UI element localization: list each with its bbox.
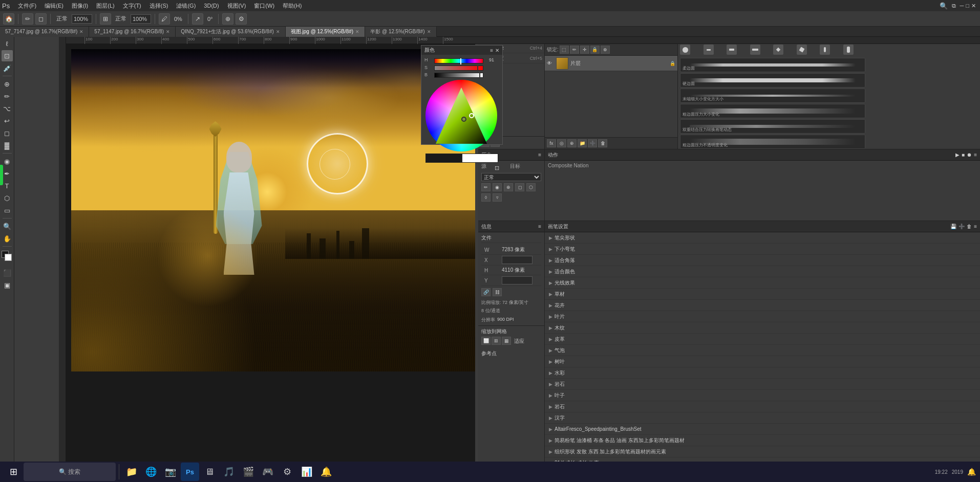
brush-section-15[interactable]: ▶ 岩石	[545, 401, 980, 412]
add-fx-btn[interactable]: fx	[547, 139, 556, 147]
sat-strip[interactable]	[434, 65, 483, 71]
brush-section-0[interactable]: ▶ 笔尖形状	[545, 232, 980, 244]
lock-position-btn[interactable]: ✛	[580, 46, 589, 54]
menu-view[interactable]: 视图(V)	[223, 1, 250, 11]
home-button[interactable]: 🏠	[3, 13, 14, 25]
background-color[interactable]	[5, 254, 12, 261]
taskbar-photoshop[interactable]: Ps	[181, 463, 199, 481]
brush-section-5[interactable]: ▶ 草材	[545, 289, 980, 300]
right-brush-save-icon[interactable]: 💾	[950, 224, 956, 229]
action-record-icon[interactable]: ⏺	[967, 152, 972, 158]
brush-preset-1[interactable]: 硬边圆	[680, 73, 865, 87]
menu-text[interactable]: 文字(T)	[119, 1, 145, 11]
brush-section-6[interactable]: ▶ 花卉	[545, 300, 980, 311]
brush-section-14[interactable]: ▶ 叶子	[545, 390, 980, 401]
lasso-tool[interactable]: ℓ	[2, 38, 13, 49]
eyedropper-tool[interactable]: 💉	[2, 62, 13, 74]
action-play-icon[interactable]: ▶	[955, 152, 960, 158]
history-dodge-btn[interactable]: ◊	[481, 193, 491, 202]
history-brush-tool[interactable]: ↩	[2, 115, 13, 126]
artwork-canvas[interactable]	[71, 49, 475, 371]
canvas-area[interactable]	[66, 44, 475, 473]
add-mask-btn[interactable]: ◎	[557, 139, 566, 147]
start-button[interactable]: ⊞	[4, 463, 23, 481]
shape-tool[interactable]: ▭	[2, 205, 13, 216]
bg-swatch[interactable]	[462, 154, 498, 163]
arrange-icon[interactable]: ⧉	[952, 3, 956, 9]
brush-tool-btn[interactable]: ✏	[22, 13, 33, 25]
menu-edit[interactable]: 编辑(E)	[40, 1, 68, 11]
menu-layer[interactable]: 图层(L)	[92, 1, 118, 11]
taskbar-folder[interactable]: 📁	[122, 463, 141, 481]
menu-help[interactable]: 帮助(H)	[279, 1, 306, 11]
right-brush-new-icon[interactable]: ➕	[958, 224, 965, 229]
brush-section-3[interactable]: ▶ 适合颜色	[545, 266, 980, 277]
brush-dot-12[interactable]	[750, 45, 760, 55]
taskbar-video[interactable]: 🎬	[239, 463, 258, 481]
brush-dot-14[interactable]	[797, 45, 807, 55]
menu-filter[interactable]: 滤镜(G)	[172, 1, 200, 11]
delete-layer-btn[interactable]: 🗑	[598, 139, 607, 147]
info-unlink-btn[interactable]: ⛓	[493, 288, 502, 296]
action-menu-icon[interactable]: ≡	[974, 152, 977, 158]
history-eraser-btn[interactable]: ◻	[515, 183, 524, 191]
history-paint-btn[interactable]: ✏	[481, 183, 491, 191]
color-indicator[interactable]	[2, 251, 13, 262]
brush-section-11[interactable]: ▶ 树叶	[545, 356, 980, 367]
tab-2[interactable]: QINQ_7921+生活.jpg @ 53.6%(RGB/8#) ✕	[176, 27, 286, 37]
taskbar-monitor[interactable]: 🖥	[200, 463, 219, 481]
hue-strip[interactable]	[434, 58, 483, 63]
brush-dot-13[interactable]	[773, 45, 783, 55]
brush-section-1[interactable]: ▶ 下小弯笔	[545, 244, 980, 255]
taskbar-camera[interactable]: 📷	[161, 463, 180, 481]
scale-grid-btn-2[interactable]: ⊞	[492, 337, 501, 345]
eraser-tool[interactable]: ◻	[2, 127, 13, 139]
tab-1[interactable]: 57_1147.jpg @ 16.7%(RGB/8) ✕	[89, 27, 176, 37]
history-menu-icon[interactable]: ≡	[538, 152, 541, 158]
brush-preset-0[interactable]: 柔边圆	[680, 58, 865, 72]
brush-dot-15[interactable]	[820, 45, 830, 55]
action-stop-icon[interactable]: ■	[962, 152, 965, 158]
zoom-input[interactable]	[72, 14, 92, 24]
add-layer-btn[interactable]: ➕	[588, 139, 597, 147]
pen-btn[interactable]: 🖊	[159, 13, 170, 25]
scale-grid-btn-reset[interactable]: 适应	[512, 337, 526, 346]
right-brush-delete-icon[interactable]: 🗑	[967, 224, 972, 229]
taskbar-browser[interactable]: 🌐	[142, 463, 160, 481]
layer-item-0[interactable]: 👁 片层 🔒	[545, 56, 677, 71]
tab-close-4[interactable]: ✕	[427, 29, 431, 34]
brush-section-4[interactable]: ▶ 光线效果	[545, 277, 980, 289]
right-brush-settings-icon[interactable]: ≡	[974, 224, 977, 229]
scale-grid-btn-3[interactable]: ▦	[502, 337, 511, 345]
tab-close-2[interactable]: ✕	[276, 29, 280, 34]
action-content[interactable]: Composite Nation	[545, 161, 980, 221]
tab-close-1[interactable]: ✕	[166, 29, 170, 34]
color-wheel-container[interactable]	[425, 80, 497, 151]
tab-4[interactable]: 半影 @ 12.5%(RGB/8#) ✕	[365, 27, 436, 37]
add-group-btn[interactable]: 📁	[578, 139, 587, 147]
fg-swatch[interactable]	[425, 154, 462, 163]
menu-window[interactable]: 窗口(W)	[250, 1, 279, 11]
history-burn-btn[interactable]: ▿	[493, 193, 502, 202]
layer-eye-0[interactable]: 👁	[547, 60, 554, 66]
brush-section-13[interactable]: ▶ 岩石	[545, 379, 980, 390]
brush-section-16[interactable]: ▶ 汉字	[545, 412, 980, 424]
tab-3[interactable]: 视图.jpg @ 12.5%(RGB/8#) ✕	[286, 27, 365, 37]
info-x-input[interactable]	[502, 256, 532, 264]
angle-btn[interactable]: ↗	[192, 13, 203, 25]
snap-btn[interactable]: ⊞	[100, 13, 111, 25]
search-icon[interactable]: 🔍	[940, 2, 948, 10]
zoom-tool[interactable]: 🔍	[2, 221, 13, 232]
info-link-btn[interactable]: 🔗	[481, 288, 491, 296]
brush-section-9[interactable]: ▶ 皮革	[545, 334, 980, 345]
brush-dot-9[interactable]	[680, 45, 690, 55]
size-input[interactable]	[131, 14, 151, 24]
settings-btn[interactable]: ⚙	[236, 13, 247, 25]
color-panel-icon-1[interactable]: ≡	[490, 48, 493, 53]
taskbar-notification[interactable]: 🔔	[967, 468, 976, 476]
gradient-tool[interactable]: ▓	[2, 140, 13, 151]
close-icon[interactable]: ✕	[971, 3, 976, 9]
info-y-input[interactable]	[502, 276, 532, 284]
taskbar-settings[interactable]: ⚙	[278, 463, 296, 481]
brush-section-10[interactable]: ▶ 气泡	[545, 345, 980, 356]
